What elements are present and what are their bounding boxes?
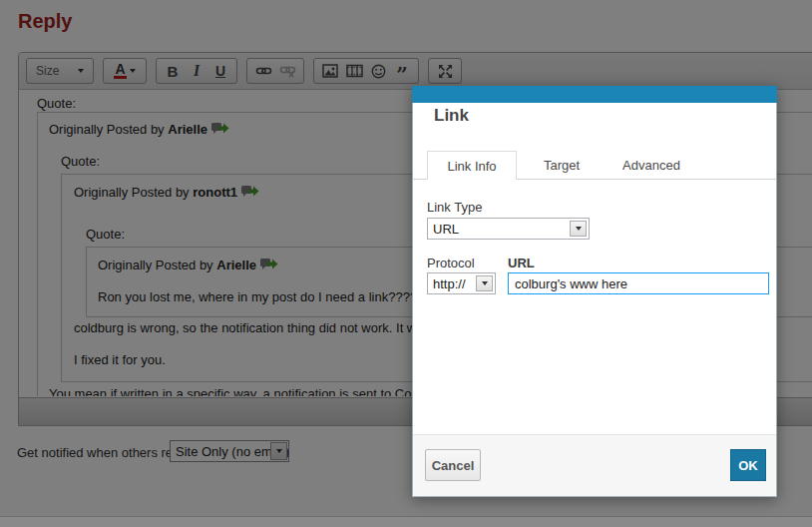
link-type-select-arrow[interactable]	[570, 221, 587, 237]
url-label: URL	[508, 256, 535, 270]
bottom-page-strip	[0, 516, 812, 527]
dialog-header-bar[interactable]	[412, 86, 777, 103]
link-dialog: Link Link Info Target Advanced Link Type…	[412, 86, 777, 497]
ok-button[interactable]: OK	[730, 449, 766, 481]
link-type-label: Link Type	[427, 200, 482, 215]
protocol-select[interactable]: http://	[427, 272, 496, 294]
link-type-value: URL	[433, 222, 459, 237]
cancel-button[interactable]: Cancel	[425, 449, 481, 481]
protocol-label: Protocol	[427, 256, 475, 270]
protocol-value: http://	[433, 276, 466, 291]
tab-target[interactable]: Target	[517, 151, 607, 180]
link-type-select[interactable]: URL	[427, 218, 590, 240]
dialog-footer: Cancel OK	[413, 434, 776, 496]
tab-advanced[interactable]: Advanced	[607, 151, 696, 180]
chevron-down-icon	[576, 227, 582, 231]
protocol-select-arrow[interactable]	[476, 275, 493, 291]
tab-link-info[interactable]: Link Info	[427, 151, 517, 180]
chevron-down-icon	[482, 281, 488, 285]
url-input[interactable]	[508, 272, 769, 294]
dialog-title: Link	[434, 106, 469, 126]
